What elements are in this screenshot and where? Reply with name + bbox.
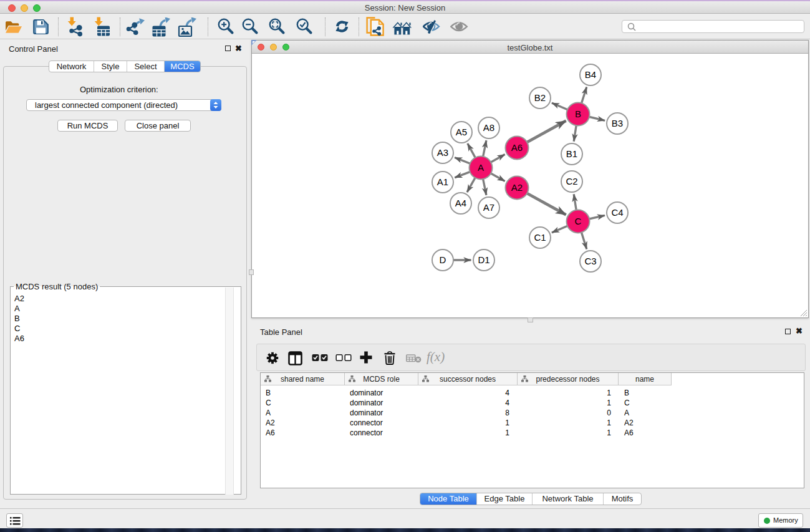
svg-text:A2: A2 bbox=[511, 182, 523, 193]
svg-text:D1: D1 bbox=[478, 254, 489, 265]
svg-text:A8: A8 bbox=[483, 122, 494, 133]
svg-text:C2: C2 bbox=[566, 176, 577, 186]
svg-text:D: D bbox=[440, 254, 446, 265]
svg-text:B4: B4 bbox=[585, 69, 596, 80]
svg-text:C3: C3 bbox=[584, 256, 596, 266]
svg-text:B1: B1 bbox=[566, 148, 577, 159]
svg-text:A3: A3 bbox=[437, 147, 448, 158]
svg-text:A6: A6 bbox=[511, 142, 523, 153]
svg-text:B: B bbox=[575, 109, 581, 119]
svg-text:A5: A5 bbox=[456, 127, 467, 137]
svg-text:B2: B2 bbox=[534, 92, 546, 103]
svg-text:C4: C4 bbox=[611, 207, 623, 218]
svg-text:C1: C1 bbox=[534, 232, 546, 243]
svg-text:A4: A4 bbox=[455, 198, 466, 208]
svg-text:A: A bbox=[478, 162, 484, 173]
svg-text:C: C bbox=[575, 216, 582, 226]
svg-text:B3: B3 bbox=[612, 118, 623, 128]
svg-text:A1: A1 bbox=[437, 177, 448, 187]
svg-text:A7: A7 bbox=[483, 202, 494, 213]
